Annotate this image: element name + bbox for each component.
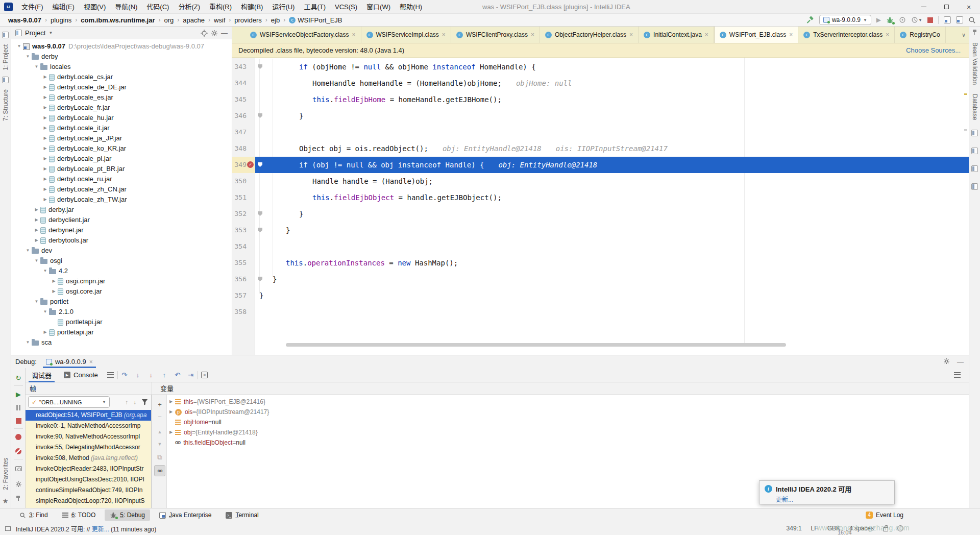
toolwindow-button-terminal[interactable]: >_Terminal: [220, 509, 263, 521]
tree-item[interactable]: ▶derbyLocale_ru.jar: [11, 174, 232, 184]
previous-frame-arrow-icon[interactable]: ↑: [125, 399, 128, 406]
line-number[interactable]: 353: [232, 222, 255, 238]
code-line[interactable]: 344HomeHandle homeHandle = (HomeHandle)o…: [232, 75, 969, 91]
expand-arrow-icon[interactable]: ▶: [167, 397, 175, 407]
breadcrumb-item[interactable]: ejb: [271, 16, 280, 24]
tree-item[interactable]: portletapi.jar: [11, 317, 232, 327]
tree-item[interactable]: ▶derbyLocale_pt_BR.jar: [11, 164, 232, 174]
tree-item[interactable]: ▼sca: [11, 337, 232, 348]
breadcrumb-item[interactable]: wsif: [214, 16, 225, 24]
menu-item[interactable]: 编辑(E): [48, 0, 79, 14]
drop-frame-icon[interactable]: ↶: [171, 369, 184, 381]
file-encoding[interactable]: GBK: [827, 525, 840, 532]
evaluate-expression-icon[interactable]: =: [198, 369, 211, 381]
menu-item[interactable]: 窗口(W): [362, 0, 395, 14]
toolwindow-stripe-icon[interactable]: [2, 77, 9, 83]
tree-item[interactable]: ▶derbyLocale_ko_KR.jar: [11, 143, 232, 154]
hector-inspections-icon[interactable]: [897, 525, 903, 531]
code-line[interactable]: 349✓if (obj != null && obj instanceof Ha…: [232, 157, 969, 173]
tree-arrow-icon[interactable]: ▶: [33, 235, 40, 246]
tree-item[interactable]: ▶derbyLocale_pl.jar: [11, 154, 232, 164]
search-everywhere-icon[interactable]: [968, 16, 976, 24]
tree-item[interactable]: ▶derbyLocale_zh_TW.jar: [11, 194, 232, 205]
palette-icon[interactable]: [971, 183, 978, 190]
menu-item[interactable]: 视图(V): [79, 0, 110, 14]
view-breakpoints-icon[interactable]: [11, 431, 26, 443]
tree-item[interactable]: ▶derbytools.jar: [11, 235, 232, 246]
menu-item[interactable]: 导航(N): [110, 0, 142, 14]
tree-arrow-icon[interactable]: ▶: [50, 276, 58, 286]
menu-item[interactable]: 帮助(H): [395, 0, 427, 14]
force-step-into-icon[interactable]: ↓: [144, 369, 158, 381]
editor-tab[interactable]: RegistryCo: [895, 27, 945, 43]
gear-icon[interactable]: [211, 30, 218, 37]
stripe-label[interactable]: Database: [971, 94, 978, 120]
debugger-gear-icon[interactable]: [11, 478, 26, 490]
indent-setting[interactable]: 4 spaces: [849, 525, 874, 532]
line-number[interactable]: 352: [232, 206, 255, 222]
frame-item[interactable]: invokeObjectReader:2483, IIOPInputStr: [26, 464, 151, 474]
fold-icon[interactable]: [258, 211, 262, 216]
favorites-star-icon[interactable]: ★: [3, 497, 9, 505]
line-number[interactable]: 357: [232, 287, 255, 304]
profiler-button[interactable]: ▼: [911, 16, 922, 23]
variable-item[interactable]: ▶obj = {EntityHandle@21418}: [167, 427, 969, 437]
mute-breakpoints-icon[interactable]: [11, 446, 26, 457]
editor-tab[interactable]: WSIFServiceImpl.class×: [361, 27, 451, 43]
close-button[interactable]: ×: [958, 0, 980, 14]
tree-item[interactable]: ▶derbyLocale_it.jar: [11, 123, 232, 133]
breadcrumb-item[interactable]: org: [164, 16, 174, 24]
debug-button[interactable]: [886, 16, 894, 24]
show-watches-glasses-icon[interactable]: oo: [154, 465, 165, 476]
filter-funnel-icon[interactable]: [141, 399, 148, 405]
tree-arrow-icon[interactable]: ▼: [24, 337, 32, 348]
event-log[interactable]: 4 Event Log: [866, 512, 903, 519]
tree-arrow-icon[interactable]: ▼: [24, 52, 32, 62]
update-link[interactable]: 更新...: [92, 526, 109, 533]
tree-arrow-icon[interactable]: ▶: [41, 113, 49, 123]
tree-arrow-icon[interactable]: ▼: [15, 41, 23, 52]
line-separator[interactable]: LF: [811, 525, 818, 532]
tree-item[interactable]: ▶derbyLocale_de_DE.jar: [11, 82, 232, 92]
editor-tab[interactable]: InitialContext.java×: [639, 27, 714, 43]
toolwindow-button-search[interactable]: 3: Find: [14, 509, 53, 521]
ant-icon[interactable]: [971, 148, 978, 154]
update-action-link[interactable]: 更新...: [776, 495, 793, 503]
frame-item[interactable]: simpleReadObjectLoop:720, IIOPInputS: [26, 496, 151, 506]
close-icon[interactable]: ×: [89, 358, 93, 366]
tree-arrow-icon[interactable]: ▶: [41, 194, 49, 205]
code-line[interactable]: 357}: [232, 287, 969, 304]
horizontal-scrollbar[interactable]: [286, 343, 786, 347]
fold-icon[interactable]: [258, 64, 262, 69]
menu-item[interactable]: 重构(R): [205, 0, 236, 14]
pause-icon[interactable]: [11, 402, 26, 413]
code-line[interactable]: 352}: [232, 206, 969, 222]
tree-item[interactable]: ▶portletapi.jar: [11, 327, 232, 337]
tree-item[interactable]: ▼4.2: [11, 266, 232, 276]
project-panel-header[interactable]: Project ▼ —: [11, 27, 232, 39]
maven-icon[interactable]: [971, 165, 978, 172]
frame-item[interactable]: invoke:90, NativeMethodAccessorImpl: [26, 431, 151, 442]
frame-item[interactable]: inputObjectUsingClassDesc:2010, IIOPI: [26, 474, 151, 485]
run-configuration-select[interactable]: wa-9.0.0.9 ▼: [819, 15, 871, 25]
tree-item[interactable]: ▶osgi.cmpn.jar: [11, 276, 232, 286]
code-line[interactable]: 343if (objHome != null && objHome instan…: [232, 59, 969, 75]
toolwindow-button-todo[interactable]: 6: TODO: [57, 509, 101, 521]
stripe-label[interactable]: Bean Validation: [971, 42, 978, 85]
duplicate-icon[interactable]: ⧉: [152, 452, 167, 463]
code-line[interactable]: 356}: [232, 271, 969, 287]
tree-arrow-icon[interactable]: ▼: [33, 62, 40, 72]
frame-item[interactable]: invoke0:-1, NativeMethodAccessorImp: [26, 421, 151, 431]
minimize-button[interactable]: [913, 0, 935, 14]
tree-item[interactable]: ▼osgi: [11, 256, 232, 266]
maximize-button[interactable]: [935, 0, 958, 14]
stripe-label[interactable]: 2: Favorites: [2, 458, 9, 490]
code-line[interactable]: 346}: [232, 108, 969, 124]
tree-item[interactable]: ▼2.1.0: [11, 307, 232, 317]
debug-session-tab[interactable]: wa-9.0.0.9 ×: [43, 355, 96, 368]
rerun-icon[interactable]: ↻: [11, 372, 26, 383]
build-hammer-icon[interactable]: [806, 16, 814, 24]
menu-item[interactable]: VCS(S): [330, 0, 362, 14]
thread-dump-camera-icon[interactable]: [11, 463, 26, 474]
expand-arrow-icon[interactable]: ▶: [167, 407, 175, 417]
